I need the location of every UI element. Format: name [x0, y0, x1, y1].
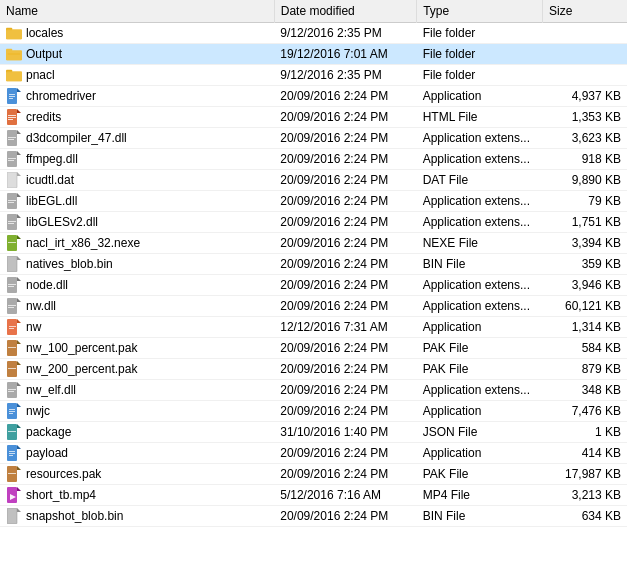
mp4-file-icon — [6, 487, 22, 503]
file-name-cell: snapshot_blob.bin — [0, 506, 274, 527]
file-size-cell: 17,987 KB — [543, 464, 627, 485]
file-date-cell: 19/12/2016 7:01 AM — [274, 44, 416, 65]
file-name-cell: ffmpeg.dll — [0, 149, 274, 170]
table-row[interactable]: ffmpeg.dll20/09/2016 2:24 PMApplication … — [0, 149, 627, 170]
file-name-cell: node.dll — [0, 275, 274, 296]
svg-marker-79 — [17, 466, 21, 470]
file-size-cell: 584 KB — [543, 338, 627, 359]
table-row[interactable]: package31/10/2016 1:40 PMJSON File1 KB — [0, 422, 627, 443]
file-explorer[interactable]: Name Date modified Type Size locales9/12… — [0, 0, 627, 571]
svg-marker-42 — [17, 256, 21, 260]
dll-file-icon — [6, 193, 22, 209]
file-name-label: resources.pak — [26, 467, 101, 481]
file-date-cell: 20/09/2016 2:24 PM — [274, 128, 416, 149]
file-name-cell: pnacl — [0, 65, 274, 86]
table-row[interactable]: short_tb.mp45/12/2016 7:16 AMMP4 File3,2… — [0, 485, 627, 506]
table-row[interactable]: nw_100_percent.pak20/09/2016 2:24 PMPAK … — [0, 338, 627, 359]
svg-rect-60 — [8, 368, 16, 369]
column-name[interactable]: Name — [0, 0, 274, 23]
svg-rect-13 — [9, 96, 15, 97]
bin-file-icon — [6, 256, 22, 272]
svg-rect-45 — [8, 284, 16, 285]
svg-rect-77 — [9, 455, 13, 456]
svg-rect-27 — [8, 160, 14, 161]
file-name-label: snapshot_blob.bin — [26, 509, 123, 523]
file-size-cell: 9,890 KB — [543, 170, 627, 191]
file-type-cell: File folder — [417, 65, 543, 86]
table-row[interactable]: nw_elf.dll20/09/2016 2:24 PMApplication … — [0, 380, 627, 401]
svg-rect-14 — [9, 98, 13, 99]
file-size-cell: 3,946 KB — [543, 275, 627, 296]
table-row[interactable]: natives_blob.bin20/09/2016 2:24 PMBIN Fi… — [0, 254, 627, 275]
file-type-cell: Application — [417, 86, 543, 107]
svg-rect-5 — [6, 50, 22, 60]
file-name-cell: chromedriver — [0, 86, 274, 107]
file-type-cell: PAK File — [417, 464, 543, 485]
svg-rect-75 — [9, 451, 15, 452]
file-size-cell: 1,314 KB — [543, 317, 627, 338]
table-row[interactable]: nw.dll20/09/2016 2:24 PMApplication exte… — [0, 296, 627, 317]
file-date-cell: 9/12/2016 2:35 PM — [274, 23, 416, 44]
svg-marker-59 — [17, 361, 21, 365]
file-date-cell: 20/09/2016 2:24 PM — [274, 401, 416, 422]
file-size-cell: 79 KB — [543, 191, 627, 212]
file-size-cell: 918 KB — [543, 149, 627, 170]
pak-file-icon — [6, 361, 22, 377]
column-size[interactable]: Size — [543, 0, 627, 23]
application-icon — [6, 403, 22, 419]
svg-rect-12 — [9, 94, 15, 95]
dll-file-icon — [6, 298, 22, 314]
application-icon — [6, 88, 22, 104]
file-size-cell: 1,353 KB — [543, 107, 627, 128]
table-row[interactable]: snapshot_blob.bin20/09/2016 2:24 PMBIN F… — [0, 506, 627, 527]
svg-marker-21 — [17, 130, 21, 134]
svg-rect-72 — [8, 431, 16, 432]
svg-rect-22 — [8, 137, 16, 138]
file-size-cell — [543, 23, 627, 44]
file-name-label: ffmpeg.dll — [26, 152, 78, 166]
table-row[interactable]: nacl_irt_x86_32.nexe20/09/2016 2:24 PMNE… — [0, 233, 627, 254]
file-name-label: nw_elf.dll — [26, 383, 76, 397]
table-row[interactable]: node.dll20/09/2016 2:24 PMApplication ex… — [0, 275, 627, 296]
file-name-cell: nacl_irt_x86_32.nexe — [0, 233, 274, 254]
table-row[interactable]: libEGL.dll20/09/2016 2:24 PMApplication … — [0, 191, 627, 212]
table-row[interactable]: chromedriver20/09/2016 2:24 PMApplicatio… — [0, 86, 627, 107]
table-row[interactable]: pnacl9/12/2016 2:35 PMFile folder — [0, 65, 627, 86]
table-row[interactable]: nw12/12/2016 7:31 AMApplication1,314 KB — [0, 317, 627, 338]
table-row[interactable]: icudtl.dat20/09/2016 2:24 PMDAT File9,89… — [0, 170, 627, 191]
file-size-cell: 3,394 KB — [543, 233, 627, 254]
svg-rect-2 — [6, 29, 22, 39]
file-size-cell: 3,623 KB — [543, 128, 627, 149]
dll-file-icon — [6, 130, 22, 146]
svg-rect-9 — [6, 71, 22, 81]
file-size-cell: 1 KB — [543, 422, 627, 443]
table-row[interactable]: libGLESv2.dll20/09/2016 2:24 PMApplicati… — [0, 212, 627, 233]
table-row[interactable]: nw_200_percent.pak20/09/2016 2:24 PMPAK … — [0, 359, 627, 380]
table-row[interactable]: credits20/09/2016 2:24 PMHTML File1,353 … — [0, 107, 627, 128]
file-name-cell: Output — [0, 44, 274, 65]
svg-marker-74 — [17, 445, 21, 449]
column-type[interactable]: Type — [417, 0, 543, 23]
table-row[interactable]: resources.pak20/09/2016 2:24 PMPAK File1… — [0, 464, 627, 485]
file-name-cell: nwjc — [0, 401, 274, 422]
svg-rect-41 — [7, 256, 17, 272]
table-row[interactable]: Output19/12/2016 7:01 AMFile folder — [0, 44, 627, 65]
table-row[interactable]: locales9/12/2016 2:35 PMFile folder — [0, 23, 627, 44]
dll-file-icon — [6, 214, 22, 230]
table-row[interactable]: nwjc20/09/2016 2:24 PMApplication7,476 K… — [0, 401, 627, 422]
svg-marker-85 — [17, 508, 21, 512]
file-date-cell: 5/12/2016 7:16 AM — [274, 485, 416, 506]
svg-rect-28 — [7, 172, 17, 188]
file-name-label: locales — [26, 26, 63, 40]
file-name-cell: nw_100_percent.pak — [0, 338, 274, 359]
svg-marker-52 — [17, 319, 21, 323]
file-type-cell: HTML File — [417, 107, 543, 128]
svg-marker-35 — [17, 214, 21, 218]
column-date[interactable]: Date modified — [274, 0, 416, 23]
nexe-file-icon — [6, 235, 22, 251]
file-name-cell: libGLESv2.dll — [0, 212, 274, 233]
table-row[interactable]: d3dcompiler_47.dll20/09/2016 2:24 PMAppl… — [0, 128, 627, 149]
table-row[interactable]: payload20/09/2016 2:24 PMApplication414 … — [0, 443, 627, 464]
file-name-label: nw — [26, 320, 41, 334]
file-size-cell: 348 KB — [543, 380, 627, 401]
